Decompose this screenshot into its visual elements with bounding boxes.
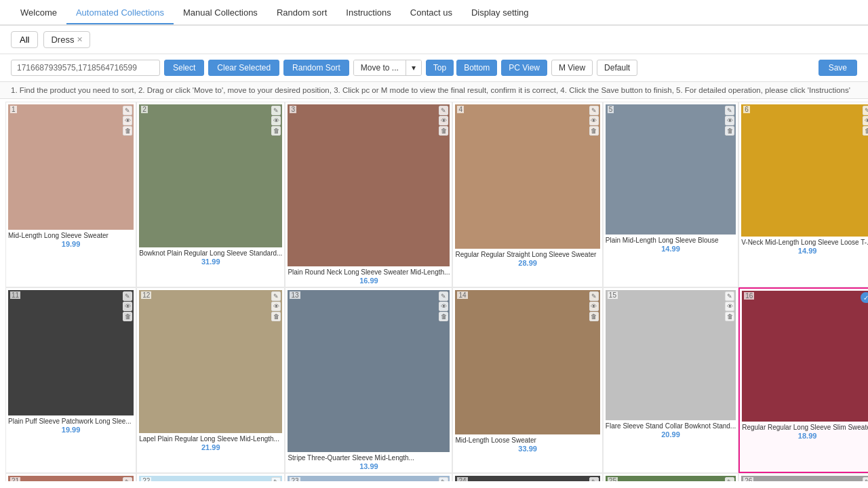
eye-icon-12[interactable]: 👁: [271, 302, 281, 311]
product-cell-16[interactable]: 16 ✓ Regular Regular Long Sleeve Slim Sw…: [738, 287, 868, 473]
product-actions-5: ✎ 👁 🗑: [725, 106, 734, 136]
product-cell-4[interactable]: 4 ✎ 👁 🗑 Regular Regular Straight Long Sl…: [452, 102, 602, 287]
nav-welcome[interactable]: Welcome: [11, 2, 66, 23]
edit-icon-3[interactable]: ✎: [439, 106, 448, 115]
nav-contact-us[interactable]: Contact us: [401, 2, 462, 23]
product-price-12: 21.99: [139, 443, 282, 451]
nav-display-setting[interactable]: Display setting: [462, 2, 538, 23]
eye-icon-14[interactable]: 👁: [589, 302, 599, 311]
eye-icon-6[interactable]: 👁: [863, 116, 868, 125]
nav-manual-collections[interactable]: Manual Collections: [174, 2, 267, 23]
edit-icon-22[interactable]: ✎: [271, 477, 281, 481]
delete-icon-5[interactable]: 🗑: [725, 126, 734, 136]
product-cell-1[interactable]: 1 ✎ 👁 🗑 Mid-Length Long Sleeve Sweater 1…: [5, 102, 136, 287]
eye-icon-5[interactable]: 👁: [725, 116, 734, 125]
delete-icon-15[interactable]: 🗑: [725, 312, 734, 321]
product-price-2: 31.99: [139, 258, 282, 266]
product-cell-22[interactable]: 22 ✎ 👁 🗑 Print Regular Regular Mid-Lengt…: [136, 473, 285, 481]
product-cell-11[interactable]: 11 ✎ 👁 🗑 Plain Puff Sleeve Patchwork Lon…: [5, 287, 136, 473]
product-cell-23[interactable]: 23 ✎ 👁 🗑 Asymmetric Stripe Lapel Long Lo…: [285, 473, 452, 481]
product-cell-26[interactable]: 26 ✎ 👁 🗑 Fall Long Sleeve Sweater 22.99: [738, 473, 868, 481]
eye-icon-11[interactable]: 👁: [123, 302, 132, 311]
product-cell-15[interactable]: 15 ✎ 👁 🗑 Flare Sleeve Stand Collar Bowkn…: [603, 287, 738, 473]
delete-icon-4[interactable]: 🗑: [589, 126, 599, 136]
edit-icon-24[interactable]: ✎: [589, 477, 599, 481]
eye-icon-2[interactable]: 👁: [271, 116, 281, 125]
product-name-15: Flare Sleeve Stand Collar Bowknot Stand.…: [606, 422, 736, 430]
clear-selected-button[interactable]: Clear Selected: [208, 60, 279, 76]
tag-dress[interactable]: Dress ✕: [43, 31, 90, 48]
id-input[interactable]: [11, 60, 160, 76]
delete-icon-12[interactable]: 🗑: [271, 312, 281, 321]
eye-icon-15[interactable]: 👁: [725, 302, 734, 311]
delete-icon-11[interactable]: 🗑: [123, 312, 132, 321]
product-price-6: 14.99: [741, 247, 868, 255]
edit-icon-11[interactable]: ✎: [123, 291, 132, 301]
edit-icon-15[interactable]: ✎: [725, 291, 734, 301]
top-button[interactable]: Top: [426, 60, 454, 76]
product-actions-13: ✎ 👁 🗑: [439, 291, 448, 321]
edit-icon-6[interactable]: ✎: [863, 106, 868, 115]
product-name-13: Stripe Three-Quarter Sleeve Mid-Length..…: [288, 453, 450, 462]
edit-icon-23[interactable]: ✎: [439, 477, 448, 481]
product-cell-3[interactable]: 3 ✎ 👁 🗑 Plain Round Neck Long Sleeve Swe…: [285, 102, 452, 287]
delete-icon-6[interactable]: 🗑: [863, 126, 868, 136]
nav-random-sort[interactable]: Random sort: [267, 2, 336, 23]
delete-icon-13[interactable]: 🗑: [439, 312, 448, 321]
product-cell-25[interactable]: 25 ✎ 👁 🗑 type Regular Loose Standard Swe…: [603, 473, 738, 481]
delete-icon-2[interactable]: 🗑: [271, 126, 281, 136]
m-view-button[interactable]: M View: [551, 60, 593, 76]
move-to-dropdown[interactable]: Move to ... ▾: [353, 60, 422, 76]
delete-icon-14[interactable]: 🗑: [589, 312, 599, 321]
edit-icon-25[interactable]: ✎: [725, 477, 734, 481]
product-cell-2[interactable]: 2 ✎ 👁 🗑 Bowknot Plain Regular Long Sleev…: [136, 102, 285, 287]
product-image-1: 1 ✎ 👁 🗑: [8, 104, 134, 230]
product-price-11: 19.99: [8, 426, 134, 434]
eye-icon-4[interactable]: 👁: [589, 116, 599, 125]
product-actions-2: ✎ 👁 🗑: [271, 106, 281, 136]
edit-icon-5[interactable]: ✎: [725, 106, 734, 115]
eye-icon-3[interactable]: 👁: [439, 116, 448, 125]
edit-icon-21[interactable]: ✎: [123, 477, 132, 481]
product-cell-21[interactable]: 21 ✎ 👁 🗑 Thin Regular Loose Long Sleeve …: [5, 473, 136, 481]
nav-automated-collections[interactable]: Automated Collections: [66, 2, 174, 24]
product-num-26: 26: [743, 477, 753, 481]
save-button[interactable]: Save: [818, 60, 857, 76]
product-image-4: 4 ✎ 👁 🗑: [455, 104, 599, 249]
edit-icon-12[interactable]: ✎: [271, 291, 281, 301]
edit-icon-2[interactable]: ✎: [271, 106, 281, 115]
bottom-button[interactable]: Bottom: [456, 60, 497, 76]
product-image-15: 15 ✎ 👁 🗑: [606, 290, 736, 420]
delete-icon-1[interactable]: 🗑: [123, 126, 132, 136]
product-num-6: 6: [743, 106, 750, 113]
edit-icon-14[interactable]: ✎: [589, 291, 599, 301]
delete-icon-3[interactable]: 🗑: [439, 126, 448, 136]
product-image-11: 11 ✎ 👁 🗑: [8, 290, 134, 415]
edit-icon-26[interactable]: ✎: [863, 477, 868, 481]
default-button[interactable]: Default: [597, 60, 637, 76]
product-cell-12[interactable]: 12 ✎ 👁 🗑 Lapel Plain Regular Long Sleeve…: [136, 287, 285, 473]
tag-dress-close[interactable]: ✕: [77, 35, 83, 44]
select-button[interactable]: Select: [164, 60, 204, 76]
pc-view-button[interactable]: PC View: [501, 60, 547, 76]
edit-icon-13[interactable]: ✎: [439, 291, 448, 301]
eye-icon-13[interactable]: 👁: [439, 302, 448, 311]
product-cell-6[interactable]: 6 ✎ 👁 🗑 V-Neck Mid-Length Long Sleeve Lo…: [738, 102, 868, 287]
product-cell-5[interactable]: 5 ✎ 👁 🗑 Plain Mid-Length Long Sleeve Blo…: [603, 102, 738, 287]
product-cell-14[interactable]: 14 ✎ 👁 🗑 Mid-Length Loose Sweater 33.99: [452, 287, 602, 473]
random-sort-button[interactable]: Random Sort: [283, 60, 349, 76]
product-num-2: 2: [141, 106, 148, 113]
product-actions-14: ✎ 👁 🗑: [589, 291, 599, 321]
tag-all[interactable]: All: [11, 31, 38, 48]
product-num-3: 3: [290, 106, 296, 113]
edit-icon-1[interactable]: ✎: [123, 106, 132, 115]
product-actions-3: ✎ 👁 🗑: [439, 106, 448, 136]
eye-icon-1[interactable]: 👁: [123, 116, 132, 125]
product-cell-13[interactable]: 13 ✎ 👁 🗑 Stripe Three-Quarter Sleeve Mid…: [285, 287, 452, 473]
nav-instructions[interactable]: Instructions: [336, 2, 400, 23]
product-num-23: 23: [290, 477, 300, 481]
product-image-23: 23 ✎ 👁 🗑: [288, 476, 450, 481]
edit-icon-4[interactable]: ✎: [589, 106, 599, 115]
move-to-arrow[interactable]: ▾: [406, 60, 421, 75]
product-cell-24[interactable]: 24 ✎ 👁 🗑 Regular Raglan Sleeve Patchwork…: [452, 473, 602, 481]
